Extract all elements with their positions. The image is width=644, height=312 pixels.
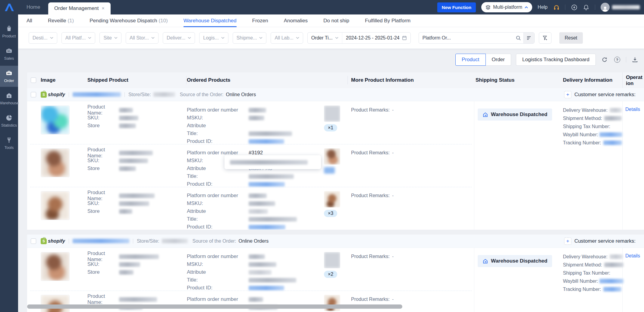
platform-order-label: Platform order number xyxy=(187,193,249,199)
export-download-icon[interactable] xyxy=(631,56,639,64)
tab-label: Anomalies xyxy=(284,18,308,24)
logistics-filter-dropdown[interactable]: Logis... xyxy=(199,32,228,44)
quantity-thumbnail[interactable] xyxy=(324,148,340,165)
tab-all[interactable]: All xyxy=(27,14,32,27)
tab-do-not-ship[interactable]: Do not ship xyxy=(323,14,349,27)
redacted-product-id[interactable] xyxy=(249,182,285,187)
notifications-bell-icon[interactable] xyxy=(583,4,589,11)
product-remarks-label: Product Remarks: xyxy=(351,107,390,113)
new-function-button[interactable]: New Function xyxy=(437,2,476,12)
search-icon[interactable] xyxy=(513,33,523,43)
tab-warehouse-dispatched[interactable]: Warehouse Dispatched xyxy=(184,14,237,27)
redacted-tracking[interactable] xyxy=(603,140,622,145)
redacted-value xyxy=(119,116,138,120)
advanced-filter-button[interactable] xyxy=(539,32,551,44)
sidebar-item-warehouse[interactable]: Warehouse xyxy=(0,88,18,109)
details-link[interactable]: Details xyxy=(625,253,640,259)
platform-name: shopify xyxy=(48,92,65,97)
product-id-label: Product ID: xyxy=(187,138,249,144)
delivery-information: Delivery Warehouse: Shipment Method: Shi… xyxy=(563,106,622,147)
help-circle-icon[interactable]: ? xyxy=(613,56,621,64)
search-input[interactable] xyxy=(419,35,513,41)
product-id-label: Product ID: xyxy=(187,181,249,187)
tab-order-management[interactable]: Order Management × xyxy=(48,2,111,14)
tab-fulfilled-by-platform[interactable]: Fulfilled By Platform xyxy=(365,14,410,27)
sidebar-item-order[interactable]: SEL Order xyxy=(0,66,18,87)
scrollbar-thumb[interactable] xyxy=(27,304,402,309)
sidebar-item-statistics[interactable]: Statistics xyxy=(0,110,18,131)
redacted-product-id[interactable] xyxy=(249,225,285,229)
site-filter-dropdown[interactable]: Site xyxy=(99,32,121,44)
label-filter-dropdown[interactable]: All Lab... xyxy=(271,32,303,44)
product-image[interactable] xyxy=(41,148,70,177)
shopify-platform-badge: S shopify xyxy=(41,238,65,244)
redacted-product-id[interactable] xyxy=(249,286,284,290)
view-toggle-product[interactable]: Product xyxy=(455,54,486,66)
delivery-filter-dropdown[interactable]: Deliver... xyxy=(163,32,195,44)
select-order-checkbox[interactable] xyxy=(31,238,36,244)
divider xyxy=(595,5,595,10)
msku-label: MSKU: xyxy=(187,115,249,121)
details-link[interactable]: Details xyxy=(625,107,640,112)
redacted-tracking[interactable] xyxy=(603,287,621,292)
sidebar-item-tools[interactable]: Tools xyxy=(0,133,18,154)
tab-home[interactable]: Home xyxy=(27,0,40,14)
platform-filter-dropdown[interactable]: All Platf... xyxy=(61,32,96,44)
dropdown-label: Shipme... xyxy=(237,35,257,41)
redacted-order-number[interactable] xyxy=(73,92,121,97)
product-image[interactable] xyxy=(41,295,70,312)
sidebar-item-label: Tools xyxy=(5,145,14,150)
order-group-header: S shopify Store/Site: Source of the Orde… xyxy=(27,235,644,248)
sidebar-item-product[interactable]: Product xyxy=(0,21,18,42)
product-image[interactable] xyxy=(41,191,70,220)
add-remark-button[interactable]: + xyxy=(564,91,571,98)
date-range-value: 2024-12-25 - 2025-01-24 xyxy=(346,35,400,41)
shipment-filter-dropdown[interactable]: Shipme... xyxy=(233,32,267,44)
view-toggle-order[interactable]: Order xyxy=(486,54,511,66)
tab-count: (1) xyxy=(68,18,74,24)
close-icon[interactable]: × xyxy=(102,6,104,11)
select-order-checkbox[interactable] xyxy=(31,92,36,97)
app-logo-icon[interactable] xyxy=(0,0,18,14)
add-remark-button[interactable]: + xyxy=(564,238,571,245)
redacted-value xyxy=(119,194,155,198)
product-image[interactable] xyxy=(41,106,70,134)
help-link[interactable]: Help xyxy=(538,5,548,10)
user-account[interactable] xyxy=(601,3,640,12)
shipping-tax-label: Shipping Tax Number: xyxy=(563,270,610,276)
redacted-product-id[interactable] xyxy=(249,139,284,144)
tab-pending-warehouse-dispatch[interactable]: Pending Warehouse Dispatch(10) xyxy=(90,14,168,27)
sidebar-item-label: Sales xyxy=(4,56,14,61)
product-image[interactable] xyxy=(41,252,70,281)
redacted-quantity-badge xyxy=(324,167,335,174)
destination-filter-dropdown[interactable]: Desti... xyxy=(29,32,57,44)
multi-platform-switcher[interactable]: Multi-platform xyxy=(481,2,532,12)
store-label: Store xyxy=(87,208,119,214)
quantity-thumbnail[interactable] xyxy=(324,106,340,122)
quantity-thumbnail[interactable] xyxy=(324,252,340,268)
redacted-waybill[interactable] xyxy=(599,279,624,283)
download-circle-icon[interactable] xyxy=(571,4,577,11)
logistics-tracking-dashboard-button[interactable]: Logistics Tracking Dashboard xyxy=(516,54,596,66)
redacted-value xyxy=(610,108,622,112)
product-remarks-value: - xyxy=(392,193,394,198)
order-time-type-dropdown[interactable]: Order Ti... xyxy=(308,33,342,43)
headset-support-icon[interactable] xyxy=(553,4,560,11)
redacted-order-number[interactable] xyxy=(73,239,129,243)
reset-button[interactable]: Reset xyxy=(559,32,583,44)
product-id-label: Product ID: xyxy=(187,285,249,291)
tab-reveille[interactable]: Reveille(1) xyxy=(48,14,74,27)
sidebar-item-sales[interactable]: SEL Sales xyxy=(0,43,18,65)
tab-anomalies[interactable]: Anomalies xyxy=(284,14,308,27)
tab-frozen[interactable]: Frozen xyxy=(252,14,268,27)
refresh-icon[interactable] xyxy=(601,56,608,64)
search-options-icon[interactable] xyxy=(523,33,534,43)
customer-service-remarks-label: Customer service remarks: xyxy=(574,238,636,244)
order-status-tabs: All Reveille(1) Pending Warehouse Dispat… xyxy=(18,14,644,27)
quantity-thumbnail[interactable] xyxy=(324,191,340,207)
tab-count: (10) xyxy=(159,18,168,24)
date-range-picker[interactable]: 2024-12-25 - 2025-01-24 xyxy=(342,35,410,41)
store-filter-dropdown[interactable]: All Stor... xyxy=(126,32,159,44)
redacted-waybill[interactable] xyxy=(599,132,622,137)
select-all-checkbox[interactable] xyxy=(31,77,36,83)
